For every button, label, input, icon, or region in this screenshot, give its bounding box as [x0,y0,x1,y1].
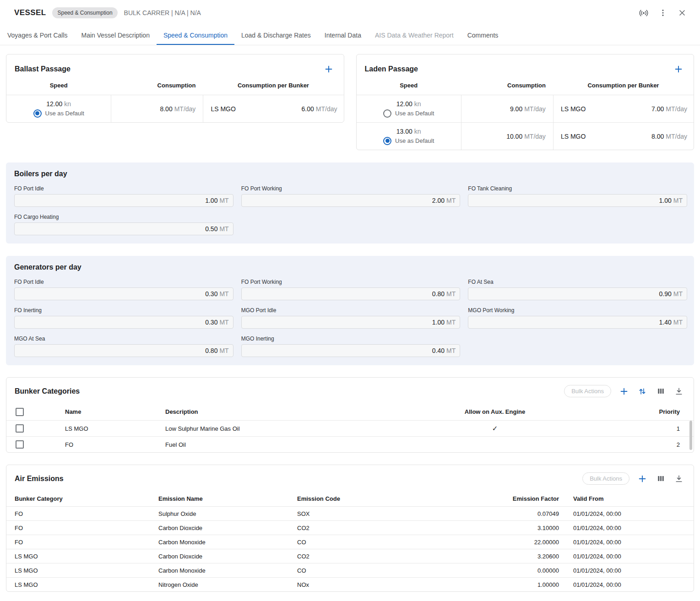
bunker-category-row[interactable]: FO Fuel Oil 2 [6,436,694,452]
tab-internal-data[interactable]: Internal Data [318,26,368,45]
field-mgo-inerting: MGO Inerting 0.40 MT [241,336,461,357]
valid-from-cell: 01/01/2024, 00:00 [567,510,694,517]
gen-mgo-port-working-input[interactable]: 1.40 MT [468,316,687,329]
boilers-fo-tank-cleaning-input[interactable]: 1.00 MT [468,194,687,207]
field-label: FO At Sea [468,279,687,285]
ballast-speed-row[interactable]: 12.00 kn Use as Default 8.00 MT/day LS M… [6,95,344,122]
boilers-fo-port-working-input[interactable]: 2.00 MT [241,194,461,207]
columns-icon[interactable] [655,473,666,484]
gen-fo-at-sea-input[interactable]: 0.90 MT [468,287,687,300]
tab-comments[interactable]: Comments [461,26,505,45]
tab-ais-data-weather-report[interactable]: AIS Data & Weather Report [368,26,461,45]
add-ballast-speed-button[interactable] [322,62,336,76]
broadcast-icon[interactable] [637,6,651,20]
field-fo-port-working: FO Port Working 2.00 MT [241,185,461,207]
use-as-default-radio[interactable]: Use as Default [383,109,434,118]
air-emission-row[interactable]: FO Carbon Monoxide CO 22.00000 01/01/202… [6,535,694,549]
emission-name-cell: Carbon Dioxcide [158,525,297,531]
bunker-category-cell: FO [6,539,158,546]
tab-load-discharge-rates[interactable]: Load & Discharge Rates [234,26,318,45]
kebab-menu-icon[interactable] [656,6,670,20]
tab-main-vessel-description[interactable]: Main Vessel Description [75,26,157,45]
use-as-default-radio[interactable]: Use as Default [383,137,434,145]
field-mgo-port-idle: MGO Port Idle 1.00 MT [241,307,461,329]
tab-bar: Voyages & Port Calls Main Vessel Descrip… [0,26,700,45]
ballast-passage-title: Ballast Passage [15,65,71,73]
air-emission-row[interactable]: FO Carbon Dioxcide CO2 3.10000 01/01/202… [6,520,694,535]
sort-icon[interactable] [637,386,648,397]
bunker-name-cell: LS MGO [65,425,165,432]
table-scrollbar[interactable] [689,421,692,450]
speed-value: 12.00 [396,100,412,108]
valid-from-cell: 01/01/2024, 00:00 [567,553,694,560]
boilers-fo-cargo-heating-input[interactable]: 0.50 MT [14,222,233,235]
download-icon[interactable] [673,473,684,484]
field-unit: MT [673,319,683,326]
emission-name-cell: Nitrogen Oxide [158,581,297,588]
field-unit: MT [673,197,683,204]
generators-title: Generators per day [14,263,687,271]
air-emission-row[interactable]: LS MGO Carbon Dioxcide CO2 3.20600 01/01… [6,549,694,563]
page-title: VESSEL [14,8,46,17]
bunker-table-header: Name Description Allow on Aux. Engine Pr… [6,403,694,420]
speed-unit: kn [414,128,421,135]
field-fo-cargo-heating: FO Cargo Heating 0.50 MT [14,214,233,235]
select-all-checkbox[interactable] [16,408,24,416]
air-emission-row[interactable]: FO Sulphur Oxide SOX 0.07049 01/01/2024,… [6,506,694,520]
bunker-categories-toolbar: Bulk Actions [564,385,684,397]
gen-mgo-port-idle-input[interactable]: 1.00 MT [241,316,461,329]
columns-icon[interactable] [655,386,666,397]
field-unit: MT [446,290,456,298]
row-checkbox[interactable] [16,424,24,433]
field-label: FO Port Idle [14,185,233,192]
add-air-emission-button[interactable] [637,473,648,484]
add-laden-speed-button[interactable] [672,62,685,76]
gen-mgo-at-sea-input[interactable]: 0.80 MT [14,344,233,357]
field-unit: MT [673,290,683,298]
gen-fo-inerting-input[interactable]: 0.30 MT [14,316,233,329]
field-value: 1.00 [659,197,672,204]
emission-factor-cell: 3.10000 [437,525,567,531]
consumption-cell: 8.00 MT/day [111,95,203,122]
tab-voyages-port-calls[interactable]: Voyages & Port Calls [0,26,75,45]
tab-speed-consumption[interactable]: Speed & Consumption [157,26,234,45]
boilers-fo-port-idle-input[interactable]: 1.00 MT [14,194,233,207]
field-value: 1.00 [432,319,445,326]
use-as-default-radio[interactable]: Use as Default [33,109,84,118]
speed-cell: 12.00 kn Use as Default [357,95,461,122]
speed-unit: kn [64,100,71,108]
bulk-actions-button[interactable]: Bulk Actions [564,385,611,397]
bunker-category-row[interactable]: LS MGO Low Sulphur Marine Gas Oil ✓ 1 [6,420,694,436]
air-emission-row[interactable]: LS MGO Nitrogen Oxide NOx 1.00000 01/01/… [6,577,694,591]
air-emission-row[interactable]: LS MGO Carbon Monoxide CO 0.00000 01/01/… [6,563,694,577]
valid-from-cell: 01/01/2024, 00:00 [567,581,694,588]
field-fo-at-sea: FO At Sea 0.90 MT [468,279,687,300]
field-fo-port-idle: FO Port Idle 0.30 MT [14,279,233,300]
air-emissions-toolbar: Bulk Actions [582,472,684,485]
add-bunker-category-button[interactable] [619,386,629,397]
laden-speed-row[interactable]: 13.00 kn Use as Default 10.00 MT/day LS … [357,122,694,150]
close-icon[interactable] [675,6,689,20]
bulk-actions-button[interactable]: Bulk Actions [582,472,629,485]
field-value: 0.90 [659,290,672,298]
bunker-category-cell: LS MGO [6,553,158,560]
field-unit: MT [446,347,456,354]
gen-fo-port-working-input[interactable]: 0.80 MT [241,287,461,300]
field-value: 2.00 [432,197,445,204]
download-icon[interactable] [673,386,684,397]
gen-mgo-inerting-input[interactable]: 0.40 MT [241,344,461,357]
field-mgo-at-sea: MGO At Sea 0.80 MT [14,336,233,357]
field-label: FO Port Idle [14,279,233,285]
bunker-cell: LS MGO 7.00 MT/day [553,95,694,122]
valid-from-cell: 01/01/2024, 00:00 [567,567,694,574]
field-value: 0.40 [432,347,445,354]
laden-speed-row[interactable]: 12.00 kn Use as Default 9.00 MT/day LS M… [357,95,694,122]
gen-fo-port-idle-input[interactable]: 0.30 MT [14,287,233,300]
column-header-emission-factor: Emission Factor [437,495,567,502]
field-label: MGO Port Idle [241,307,461,314]
speed-unit: kn [414,100,421,108]
row-checkbox[interactable] [16,440,24,449]
column-header-consumption: Consumption [461,82,553,89]
consumption-unit: MT/day [524,105,546,113]
field-value: 0.50 [205,225,217,233]
